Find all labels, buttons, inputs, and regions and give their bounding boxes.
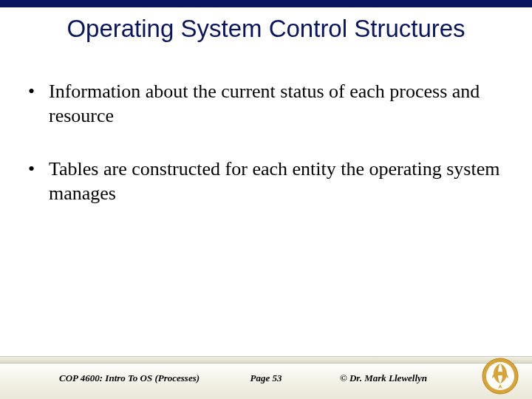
- slide-footer: COP 4600: Intro To OS (Processes) Page 5…: [0, 349, 532, 399]
- footer-page-number: Page 53: [0, 372, 532, 384]
- top-accent-bar: [0, 0, 532, 7]
- bullet-text: Tables are constructed for each entity t…: [49, 157, 502, 205]
- bullet-dot-icon: •: [28, 80, 49, 128]
- slide-title: Operating System Control Structures: [0, 15, 532, 43]
- footer-divider-band: [0, 356, 532, 364]
- bullet-item: • Information about the current status o…: [28, 80, 502, 128]
- bullet-item: • Tables are constructed for each entity…: [28, 157, 502, 205]
- bullet-dot-icon: •: [28, 157, 49, 205]
- footer-copyright: © Dr. Mark Llewellyn: [340, 372, 427, 384]
- slide: Operating System Control Structures • In…: [0, 0, 532, 399]
- ucf-pegasus-logo-icon: [482, 358, 519, 395]
- slide-body: • Information about the current status o…: [28, 80, 502, 235]
- bullet-text: Information about the current status of …: [49, 80, 502, 128]
